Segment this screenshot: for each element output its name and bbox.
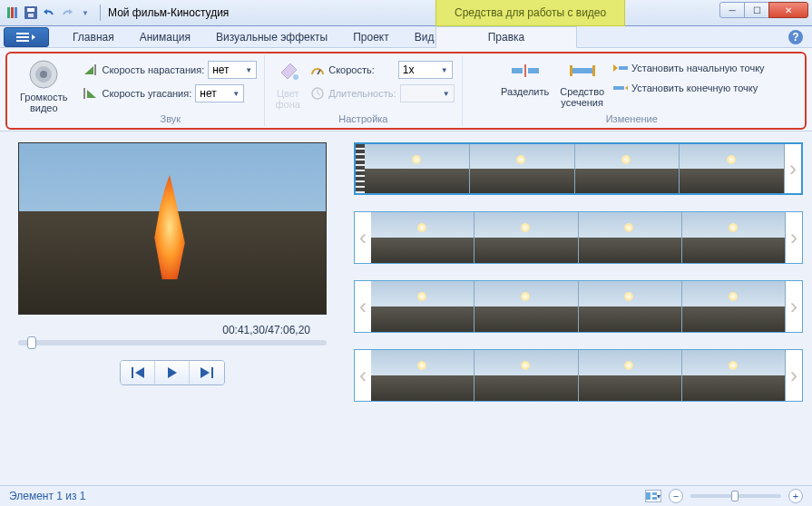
clip-frame bbox=[470, 144, 575, 193]
help-icon[interactable]: ? bbox=[788, 30, 803, 44]
save-icon[interactable] bbox=[24, 5, 38, 20]
app-menu-icon[interactable] bbox=[5, 5, 20, 20]
thumbnail-size-button[interactable]: ▾ bbox=[645, 490, 661, 502]
bg-color-button[interactable]: Цвет фона bbox=[272, 57, 303, 112]
tab-effects[interactable]: Визуальные эффекты bbox=[203, 27, 340, 47]
clip-frame bbox=[682, 281, 786, 332]
set-start-button[interactable]: Установить начальную точку bbox=[613, 61, 765, 75]
split-icon bbox=[510, 59, 541, 84]
clip-continue-icon: › bbox=[355, 350, 371, 401]
group-volume: Громкость видео bbox=[11, 55, 76, 126]
zoom-in-button[interactable]: + bbox=[788, 489, 803, 503]
fade-out-value: нет bbox=[200, 87, 216, 100]
video-volume-button[interactable]: Громкость видео bbox=[18, 57, 69, 115]
trim-tool-button[interactable]: Средство усечения bbox=[558, 57, 606, 110]
svg-rect-29 bbox=[646, 492, 651, 500]
svg-rect-8 bbox=[16, 40, 29, 42]
clip-frame bbox=[680, 144, 785, 193]
tab-animation[interactable]: Анимация bbox=[127, 27, 203, 47]
tab-project[interactable]: Проект bbox=[340, 27, 402, 47]
svg-rect-19 bbox=[512, 68, 523, 73]
titlebar: ▼ Мой фильм - Киностудия Средства для ра… bbox=[0, 0, 812, 26]
svg-rect-1 bbox=[11, 7, 14, 18]
clip-frame bbox=[682, 350, 786, 401]
play-button[interactable] bbox=[155, 361, 190, 384]
window-controls: ─ ☐ ✕ bbox=[720, 2, 808, 18]
close-button[interactable]: ✕ bbox=[768, 2, 808, 18]
clip-frame bbox=[371, 281, 474, 332]
film-edge-icon bbox=[356, 144, 365, 193]
set-end-icon bbox=[613, 81, 628, 95]
seek-bar[interactable] bbox=[18, 340, 327, 345]
svg-rect-7 bbox=[16, 36, 29, 38]
svg-rect-0 bbox=[7, 7, 10, 18]
undo-icon[interactable] bbox=[42, 5, 56, 20]
svg-rect-2 bbox=[15, 7, 17, 18]
clip-row[interactable]: › bbox=[354, 142, 803, 195]
speed-dropdown[interactable]: 1x ▼ bbox=[398, 61, 453, 79]
clip-row[interactable]: › › bbox=[354, 211, 803, 264]
fade-out-label: Скорость угасания: bbox=[102, 88, 191, 99]
next-frame-button[interactable] bbox=[190, 361, 224, 384]
flame-graphic bbox=[151, 175, 189, 279]
duration-label: Длительность: bbox=[328, 88, 396, 99]
preview-pane: 00:41,30/47:06,20 bbox=[0, 131, 345, 485]
duration-icon bbox=[310, 86, 325, 101]
split-label: Разделить bbox=[501, 86, 549, 97]
fade-out-dropdown[interactable]: нет ▼ bbox=[195, 84, 244, 102]
clip-continue-icon: › bbox=[355, 212, 371, 263]
file-menu-button[interactable] bbox=[4, 27, 49, 47]
svg-rect-4 bbox=[27, 8, 34, 12]
zoom-slider[interactable] bbox=[690, 494, 781, 498]
clip-continue-icon: › bbox=[785, 144, 801, 193]
group-adjust: Цвет фона Скорость: 1x ▼ Длительность: bbox=[265, 55, 462, 126]
clip-frame bbox=[474, 350, 578, 401]
seek-thumb[interactable] bbox=[27, 336, 36, 349]
tab-edit[interactable]: Правка bbox=[435, 26, 577, 48]
status-item-count: Элемент 1 из 1 bbox=[9, 490, 86, 502]
clip-row[interactable]: › › bbox=[354, 280, 803, 333]
group-sound-label: Звук bbox=[161, 113, 181, 124]
clip-frame bbox=[371, 212, 474, 263]
speed-value: 1x bbox=[403, 63, 415, 76]
prev-frame-button[interactable] bbox=[121, 361, 155, 384]
zoom-out-button[interactable]: − bbox=[669, 489, 683, 503]
split-button[interactable]: Разделить bbox=[499, 57, 551, 99]
group-adjust-label: Настройка bbox=[338, 113, 387, 124]
clip-continue-icon: › bbox=[786, 350, 802, 401]
zoom-thumb[interactable] bbox=[731, 491, 739, 501]
clip-continue-icon: › bbox=[786, 281, 802, 332]
svg-rect-24 bbox=[592, 65, 595, 76]
svg-rect-27 bbox=[132, 367, 133, 378]
svg-point-14 bbox=[293, 74, 298, 80]
svg-line-15 bbox=[318, 70, 320, 74]
svg-rect-23 bbox=[570, 65, 572, 76]
fade-in-dropdown[interactable]: нет ▼ bbox=[208, 61, 257, 79]
speed-icon bbox=[310, 63, 325, 77]
chevron-down-icon: ▼ bbox=[232, 90, 240, 98]
set-end-button[interactable]: Установить конечную точку bbox=[613, 81, 765, 95]
clip-frame bbox=[365, 144, 470, 193]
context-tab-label: Средства для работы с видео bbox=[455, 6, 606, 19]
quick-access-toolbar: ▼ bbox=[0, 5, 93, 20]
clip-frame bbox=[575, 144, 680, 193]
context-tab-header: Средства для работы с видео bbox=[435, 0, 625, 26]
ribbon-tabs: Главная Анимация Визуальные эффекты Прое… bbox=[0, 26, 812, 48]
set-end-label: Установить конечную точку bbox=[631, 83, 758, 93]
timeline-pane[interactable]: › › › › › › › bbox=[345, 131, 812, 485]
clip-row[interactable]: › › bbox=[354, 349, 803, 402]
video-volume-label: Громкость видео bbox=[20, 92, 67, 113]
tab-home[interactable]: Главная bbox=[60, 27, 127, 47]
workspace: 00:41,30/47:06,20 › › › › bbox=[0, 131, 812, 485]
qat-dropdown-icon[interactable]: ▼ bbox=[78, 5, 93, 20]
ribbon-highlight: Громкость видео Скорость нарастания: нет… bbox=[5, 52, 807, 130]
svg-rect-22 bbox=[572, 68, 593, 73]
set-start-label: Установить начальную точку bbox=[631, 63, 765, 73]
duration-dropdown: ▼ bbox=[400, 84, 455, 102]
redo-icon[interactable] bbox=[60, 5, 74, 20]
preview-video[interactable] bbox=[18, 142, 327, 315]
maximize-button[interactable]: ☐ bbox=[744, 2, 769, 18]
fade-in-label: Скорость нарастания: bbox=[102, 64, 204, 75]
minimize-button[interactable]: ─ bbox=[719, 2, 745, 18]
svg-rect-6 bbox=[16, 33, 29, 34]
